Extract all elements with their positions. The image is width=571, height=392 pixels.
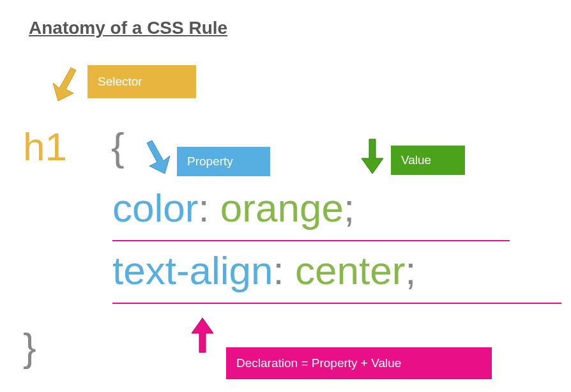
code-semi-1: ; <box>344 186 354 230</box>
code-colon-2: : <box>273 248 295 292</box>
code-brace-open: { <box>111 124 125 169</box>
arrow-value-icon <box>359 137 387 176</box>
code-semi-2: ; <box>405 248 416 292</box>
code-selector: h1 <box>23 124 67 169</box>
arrow-selector-icon <box>45 64 80 105</box>
label-selector: Selector <box>88 65 196 98</box>
code-declaration-2: text-align: center; <box>112 248 416 293</box>
code-brace-close: } <box>23 324 36 370</box>
code-colon-1: : <box>198 186 220 230</box>
declaration-underline-2 <box>112 303 561 304</box>
code-property-1: color <box>112 186 198 230</box>
label-declaration: Declaration = Property + Value <box>226 347 492 379</box>
arrow-declaration-icon <box>189 315 217 355</box>
code-value-1: orange <box>220 186 344 230</box>
diagram-title: Anatomy of a CSS Rule <box>29 18 227 38</box>
declaration-underline-1 <box>112 240 510 241</box>
code-declaration-1: color: orange; <box>112 185 354 230</box>
code-value-2: center <box>295 248 405 292</box>
label-value: Value <box>391 146 465 175</box>
code-property-2: text-align <box>112 248 273 292</box>
arrow-property-icon <box>144 137 178 177</box>
label-property: Property <box>177 147 270 176</box>
